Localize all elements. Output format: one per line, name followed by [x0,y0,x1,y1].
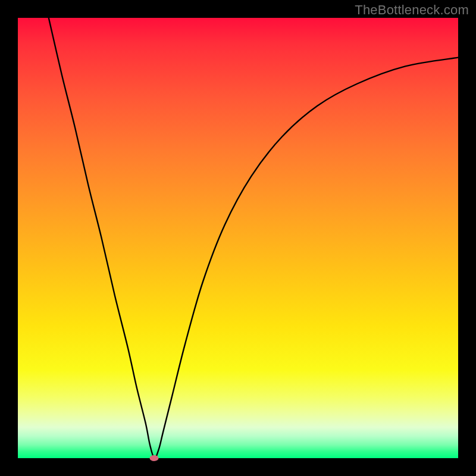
bottleneck-curve [49,18,458,458]
watermark-text: TheBottleneck.com [355,2,469,18]
minimum-marker [150,455,159,461]
chart-container: TheBottleneck.com [0,0,476,476]
plot-area [18,18,458,458]
curve-svg [18,18,458,458]
